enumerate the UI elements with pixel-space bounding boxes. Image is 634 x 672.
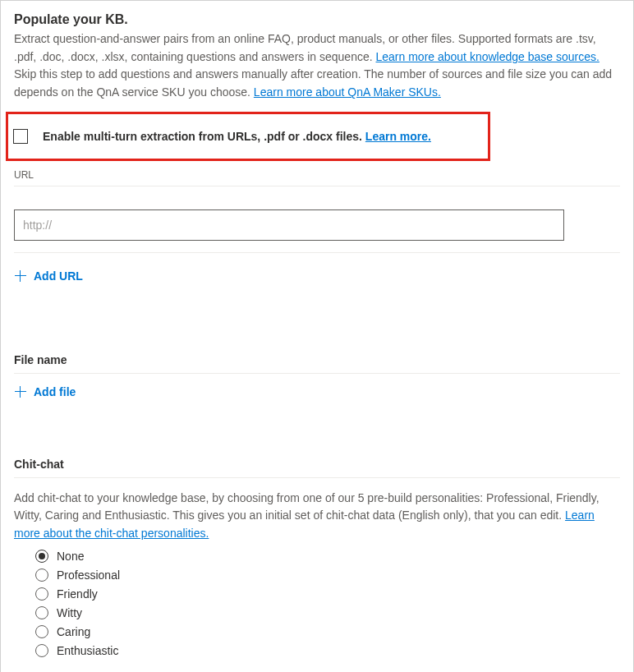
multiturn-learn-more-link[interactable]: Learn more. — [365, 130, 431, 143]
multiturn-text: Enable multi-turn extraction from URLs, … — [43, 130, 365, 143]
radio-button-icon — [35, 568, 48, 582]
url-input[interactable] — [14, 209, 564, 241]
multiturn-label: Enable multi-turn extraction from URLs, … — [43, 130, 431, 143]
add-file-button[interactable]: Add file — [14, 385, 76, 398]
radio-button-icon — [35, 606, 48, 619]
plus-icon — [14, 269, 27, 283]
divider — [14, 477, 620, 478]
divider — [14, 186, 620, 186]
chitchat-heading: Chit-chat — [14, 458, 620, 471]
add-url-button[interactable]: Add URL — [14, 269, 83, 283]
qna-skus-link[interactable]: Learn more about QnA Maker SKUs. — [254, 85, 441, 99]
divider — [14, 373, 620, 374]
radio-label: Enthusiastic — [57, 644, 118, 657]
radio-label: Friendly — [57, 587, 98, 601]
populate-kb-panel: Populate your KB. Extract question-and-a… — [0, 0, 634, 672]
radio-option-witty[interactable]: Witty — [35, 606, 620, 619]
radio-label: Caring — [57, 625, 90, 638]
add-url-label: Add URL — [34, 269, 83, 283]
chitchat-description: Add chit-chat to your knowledge base, by… — [14, 490, 620, 543]
radio-option-none[interactable]: None — [35, 550, 620, 563]
url-label: URL — [14, 169, 620, 181]
plus-icon — [14, 385, 27, 398]
radio-option-caring[interactable]: Caring — [35, 625, 620, 638]
chitchat-desc-text: Add chit-chat to your knowledge base, by… — [14, 491, 600, 522]
radio-option-enthusiastic[interactable]: Enthusiastic — [35, 644, 620, 657]
divider — [14, 252, 620, 253]
section-heading: Populate your KB. — [14, 12, 620, 27]
radio-label: None — [57, 550, 84, 563]
radio-option-friendly[interactable]: Friendly — [35, 587, 620, 601]
radio-label: Professional — [57, 568, 120, 582]
file-name-heading: File name — [14, 353, 620, 366]
radio-option-professional[interactable]: Professional — [35, 568, 620, 582]
radio-button-icon — [35, 550, 48, 563]
section-description: Extract question-and-answer pairs from a… — [14, 30, 620, 102]
add-file-label: Add file — [34, 385, 76, 398]
radio-button-icon — [35, 644, 48, 657]
radio-button-icon — [35, 625, 48, 638]
kb-sources-link[interactable]: Learn more about knowledge base sources. — [375, 50, 599, 63]
multiturn-highlight-box: Enable multi-turn extraction from URLs, … — [6, 112, 490, 161]
chitchat-radio-group: NoneProfessionalFriendlyWittyCaringEnthu… — [14, 550, 620, 657]
radio-label: Witty — [57, 606, 82, 619]
radio-button-icon — [35, 587, 48, 601]
multiturn-checkbox[interactable] — [13, 129, 28, 144]
